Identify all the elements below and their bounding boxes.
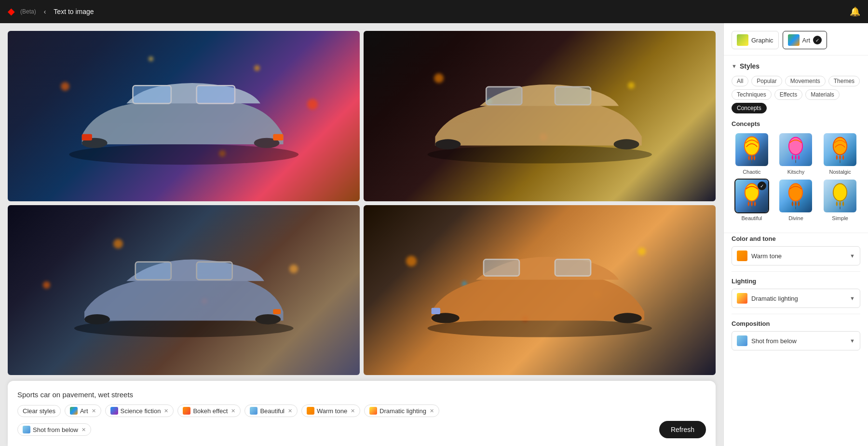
color-tone-arrow: ▼ xyxy=(850,253,855,259)
tag-shot-close[interactable]: ✕ xyxy=(81,427,86,433)
generated-image-2[interactable] xyxy=(364,31,716,201)
style-nostalgic[interactable]: Nostalgic xyxy=(820,132,860,175)
pill-concepts[interactable]: Concepts xyxy=(732,103,767,113)
tag-art-close[interactable]: ✕ xyxy=(92,408,96,414)
svg-rect-19 xyxy=(431,313,459,323)
tag-warm-tone[interactable]: Warm tone ✕ xyxy=(301,404,360,417)
lighting-section: Lighting Dramatic lighting ▼ xyxy=(724,272,868,314)
prompt-bottom-row: Shot from below ✕ Refresh xyxy=(17,421,706,438)
main-layout: Sports car on pavement, wet streets Clea… xyxy=(0,23,868,446)
canvas-area: Sports car on pavement, wet streets Clea… xyxy=(0,23,723,446)
composition-dropdown[interactable]: Shot from below ▼ xyxy=(732,331,860,350)
beautiful-icon xyxy=(250,407,258,415)
beautiful-label: Beautiful xyxy=(741,215,762,221)
pill-movements[interactable]: Movements xyxy=(785,76,826,86)
divine-label: Divine xyxy=(788,215,803,221)
svg-point-18 xyxy=(427,320,651,337)
tag-dramatic-label: Dramatic lighting xyxy=(380,407,426,415)
svg-rect-17 xyxy=(273,309,281,314)
svg-rect-13 xyxy=(84,314,110,324)
style-divine[interactable]: Divine xyxy=(776,179,816,221)
chaotic-label: Chaotic xyxy=(743,169,760,175)
preset-row: Graphic Art ✓ xyxy=(724,23,868,56)
color-tone-value: Warm tone xyxy=(751,252,846,260)
shot-below-icon xyxy=(23,426,30,433)
shot-below-thumb xyxy=(737,335,747,346)
styles-header[interactable]: ▼ Styles xyxy=(732,62,860,70)
svg-rect-23 xyxy=(431,308,440,314)
topbar: ◆ (Beta) ‹ Text to image 🔔 xyxy=(0,0,868,23)
tag-shot-from-below[interactable]: Shot from below ✕ xyxy=(17,423,91,436)
tag-art[interactable]: Art ✕ xyxy=(65,404,101,417)
composition-arrow: ▼ xyxy=(850,338,855,344)
tag-warm-close[interactable]: ✕ xyxy=(351,408,355,414)
svg-rect-11 xyxy=(555,86,591,104)
divine-thumb xyxy=(778,179,813,213)
beautiful-thumb: ✓ xyxy=(734,179,769,213)
simple-thumb xyxy=(823,179,857,213)
generated-image-1[interactable] xyxy=(8,31,360,201)
pill-materials[interactable]: Materials xyxy=(805,89,840,100)
notification-icon[interactable]: 🔔 xyxy=(850,6,860,17)
prompt-area: Sports car on pavement, wet streets Clea… xyxy=(8,381,716,446)
color-tone-dropdown[interactable]: Warm tone ▼ xyxy=(732,246,860,265)
pill-themes[interactable]: Themes xyxy=(828,76,860,86)
styles-label: Styles xyxy=(740,62,760,70)
beautiful-selected-check: ✓ xyxy=(758,181,766,190)
tag-beautiful[interactable]: Beautiful ✕ xyxy=(244,404,298,417)
lighting-value: Dramatic lighting xyxy=(751,295,846,302)
preset-graphic-label: Graphic xyxy=(751,37,773,44)
dramatic-lighting-thumb xyxy=(737,293,747,304)
preset-graphic[interactable]: Graphic xyxy=(732,31,779,49)
tag-clear-styles[interactable]: Clear styles xyxy=(17,405,61,417)
nostalgic-label: Nostalgic xyxy=(829,169,851,175)
svg-rect-10 xyxy=(486,86,522,104)
style-kitschy[interactable]: Kitschy xyxy=(776,132,816,175)
beta-label: (Beta) xyxy=(20,8,36,15)
preset-art[interactable]: Art ✓ xyxy=(783,31,827,49)
svg-rect-16 xyxy=(196,262,232,280)
pill-popular[interactable]: Popular xyxy=(751,76,782,86)
composition-value: Shot from below xyxy=(751,337,846,345)
tag-dramatic-lighting[interactable]: Dramatic lighting ✕ xyxy=(364,404,439,417)
page-title: Text to image xyxy=(54,8,94,15)
generated-image-3[interactable] xyxy=(8,205,360,376)
pill-techniques[interactable]: Techniques xyxy=(732,89,772,100)
svg-rect-5 xyxy=(82,134,92,140)
art-thumb xyxy=(788,34,800,46)
lighting-arrow: ▼ xyxy=(850,295,855,301)
tag-dramatic-close[interactable]: ✕ xyxy=(430,408,434,414)
lighting-dropdown[interactable]: Dramatic lighting ▼ xyxy=(732,289,860,308)
kitschy-label: Kitschy xyxy=(787,169,804,175)
svg-rect-6 xyxy=(273,134,283,140)
style-simple[interactable]: Simple xyxy=(820,179,860,221)
prompt-tags-row1: Clear styles Art ✕ Science fiction ✕ xyxy=(17,404,706,417)
tag-bokeh-label: Bokeh effect xyxy=(193,407,228,415)
back-button[interactable]: ‹ xyxy=(44,8,46,15)
tag-bokeh-close[interactable]: ✕ xyxy=(231,408,235,414)
generated-image-4[interactable] xyxy=(364,205,716,376)
tag-bokeh-effect[interactable]: Bokeh effect ✕ xyxy=(177,404,241,417)
prompt-text: Sports car on pavement, wet streets xyxy=(17,390,706,399)
tag-beautiful-close[interactable]: ✕ xyxy=(288,408,292,414)
refresh-button[interactable]: Refresh xyxy=(659,421,706,438)
pill-all[interactable]: All xyxy=(732,76,748,86)
style-grid: Chaotic xyxy=(732,132,860,221)
tag-scifi-label: Science fiction xyxy=(121,407,161,415)
styles-collapse-icon: ▼ xyxy=(732,63,737,69)
warm-tone-thumb xyxy=(737,251,747,261)
svg-rect-8 xyxy=(435,139,461,149)
graphic-thumb xyxy=(737,34,748,46)
tag-science-fiction[interactable]: Science fiction ✕ xyxy=(105,404,174,417)
preset-art-label: Art xyxy=(802,37,811,44)
tag-shot-label: Shot from below xyxy=(33,426,78,433)
svg-rect-3 xyxy=(133,85,171,103)
tag-scifi-close[interactable]: ✕ xyxy=(164,408,168,414)
clear-styles-label: Clear styles xyxy=(23,407,55,415)
simple-label: Simple xyxy=(832,215,848,221)
pill-effects[interactable]: Effects xyxy=(774,89,802,100)
svg-rect-20 xyxy=(613,313,641,323)
style-beautiful[interactable]: ✓ Beautiful xyxy=(732,179,772,221)
style-chaotic[interactable]: Chaotic xyxy=(732,132,772,175)
image-grid xyxy=(8,31,716,375)
